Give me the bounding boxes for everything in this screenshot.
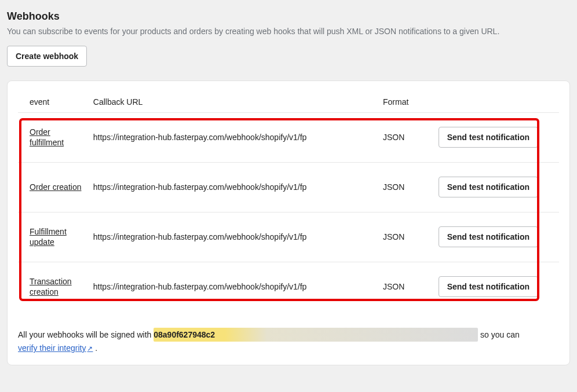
webhooks-table: event Callback URL Format Order fulfillm… bbox=[18, 91, 559, 312]
format-text: JSON bbox=[383, 182, 404, 192]
webhooks-card: event Callback URL Format Order fulfillm… bbox=[7, 80, 570, 366]
signing-note-suffix: so you can bbox=[478, 330, 520, 339]
page-description: You can subscribe to events for your pro… bbox=[7, 26, 570, 38]
format-text: JSON bbox=[383, 282, 404, 291]
callback-url-text: https://integration-hub.fasterpay.com/we… bbox=[93, 182, 307, 192]
format-text: JSON bbox=[383, 133, 404, 142]
format-text: JSON bbox=[383, 232, 404, 241]
signing-key-masked: 08a90f627948c2 bbox=[154, 328, 478, 342]
callback-url-text: https://integration-hub.fasterpay.com/we… bbox=[93, 282, 307, 291]
signing-note: All your webhooks will be signed with 08… bbox=[18, 328, 559, 355]
create-webhook-button[interactable]: Create webhook bbox=[7, 46, 87, 67]
column-header-actions bbox=[434, 91, 559, 113]
callback-url-text: https://integration-hub.fasterpay.com/we… bbox=[93, 232, 307, 241]
event-link[interactable]: Transaction creation bbox=[30, 276, 84, 297]
signing-note-prefix: All your webhooks will be signed with bbox=[18, 330, 154, 339]
event-link[interactable]: Fulfillment update bbox=[30, 226, 84, 247]
webhooks-scroll-area[interactable]: event Callback URL Format Order fulfillm… bbox=[18, 91, 559, 313]
column-header-format: Format bbox=[378, 91, 434, 113]
send-test-notification-button[interactable]: Send test notification bbox=[439, 226, 538, 247]
send-test-notification-button[interactable]: Send test notification bbox=[439, 276, 538, 297]
table-row: Order creation https://integration-hub.f… bbox=[18, 162, 559, 212]
signing-note-period: . bbox=[93, 343, 97, 353]
external-link-icon: ↗ bbox=[87, 345, 93, 353]
table-row: Fulfillment update https://integration-h… bbox=[18, 212, 559, 262]
verify-integrity-label: verify their integrity bbox=[18, 343, 86, 353]
send-test-notification-button[interactable]: Send test notification bbox=[439, 177, 538, 197]
event-link[interactable]: Order creation bbox=[30, 182, 81, 192]
event-link[interactable]: Order fulfillment bbox=[30, 127, 84, 148]
page-title: Webhooks bbox=[7, 10, 570, 23]
table-row: Transaction creation https://integration… bbox=[18, 262, 559, 312]
callback-url-text: https://integration-hub.fasterpay.com/we… bbox=[93, 133, 307, 142]
send-test-notification-button[interactable]: Send test notification bbox=[439, 127, 538, 148]
column-header-callback-url: Callback URL bbox=[89, 91, 378, 113]
table-row: Order fulfillment https://integration-hu… bbox=[18, 112, 559, 162]
column-header-event: event bbox=[18, 91, 89, 113]
verify-integrity-link[interactable]: verify their integrity↗ bbox=[18, 343, 93, 353]
